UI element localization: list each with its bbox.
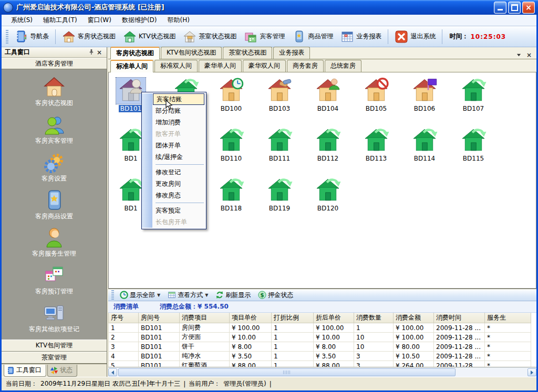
sidebar-item-客房宾客管理[interactable]: 客房宾客管理 [9, 113, 99, 151]
toolbar-button-宾客管理[interactable]: 宾客管理 [240, 28, 288, 45]
sidebar-item-客房预订管理[interactable]: 客房预订管理 [9, 264, 99, 302]
toolbar-button-业务报表[interactable]: 业务报表 [337, 28, 385, 45]
scroll-right-icon[interactable] [527, 368, 536, 376]
room-BD105[interactable]: BD105 [359, 78, 394, 112]
menu-item-修改登记[interactable]: 修改登记 [152, 166, 205, 178]
tool-window-titlebar: 工具窗口 × [2, 47, 107, 58]
menu-窗口(W)[interactable]: 窗口(W) [82, 15, 117, 26]
menu-数据维护(D)[interactable]: 数据维护(D) [117, 15, 162, 26]
menu-item-宾客预定[interactable]: 宾客预定 [152, 205, 205, 216]
close-button[interactable]: × [522, 2, 535, 14]
room-BD104[interactable]: BD104 [311, 78, 345, 112]
tab-客房状态视图[interactable]: 客房状态视图 [110, 47, 160, 59]
menu-系统(S)[interactable]: 系统(S) [6, 15, 38, 26]
sidebar-item-客房状态视图[interactable]: 客房状态视图 [9, 76, 99, 113]
room-BD103[interactable]: BD103 [262, 78, 297, 112]
sidebar-item-客房服务生管理[interactable]: 客房服务生管理 [9, 226, 99, 264]
actionbar-button-刷新显示[interactable]: 刷新显示 [212, 290, 254, 300]
action-bar: 显示全部▼查看方式▼刷新显示$押金状态 [108, 289, 536, 301]
column-header-序号[interactable]: 序号 [109, 313, 139, 323]
scrollbar-thumb[interactable] [118, 368, 456, 376]
room-BD112[interactable]: BD112 [311, 128, 345, 162]
roomtab-商务套房[interactable]: 商务套房 [287, 60, 324, 72]
sidebar-group-hotel-rooms[interactable]: 酒店客房管理 [2, 58, 107, 69]
menu-item-续/退押金[interactable]: 续/退押金 [152, 151, 205, 163]
column-header-折后单价[interactable]: 折后单价 [314, 313, 354, 323]
room-BD120[interactable]: BD120 [311, 177, 345, 212]
column-header-消费时间[interactable]: 消费时间 [434, 313, 485, 323]
table-row[interactable]: 3BD101饼干¥ 8.001¥ 8.0010¥ 80.002009-11-28… [109, 342, 531, 352]
room-BD106[interactable]: BD106 [407, 78, 442, 112]
action-bar-grip[interactable] [111, 290, 114, 300]
room-BD119[interactable]: BD119 [262, 177, 297, 212]
actionbar-button-押金状态[interactable]: $押金状态 [254, 290, 297, 300]
maximize-button[interactable] [508, 2, 521, 14]
roomtab-标准双人间[interactable]: 标准双人间 [154, 60, 198, 72]
pin-icon[interactable] [87, 49, 95, 56]
toolbar-button-茶室状态视图[interactable]: 茶室状态视图 [179, 28, 240, 45]
sidebar-item-label: 客房状态视图 [35, 99, 73, 108]
room-house-person-icon [313, 78, 343, 104]
room-BD115[interactable]: BD115 [456, 128, 491, 162]
room-BD113[interactable]: BD113 [359, 128, 394, 162]
roomtab-豪华单人间[interactable]: 豪华单人间 [199, 60, 242, 72]
room-BD100[interactable]: BD100 [214, 78, 249, 112]
column-header-房间号[interactable]: 房间号 [139, 313, 180, 323]
menu-item-更改房间[interactable]: 更改房间 [152, 178, 205, 189]
column-header-消费金额[interactable]: 消费金额 [394, 313, 434, 323]
column-header-消费项目[interactable]: 消费项目 [180, 313, 230, 323]
roomtab-标准单人间[interactable]: 标准单人间 [110, 60, 153, 72]
table-row[interactable]: 1BD101房间费¥ 100.001¥ 100.001¥ 100.002009-… [109, 323, 531, 333]
room-BD118[interactable]: BD118 [214, 177, 249, 212]
table-cell: 5 [109, 361, 139, 368]
menu-item-修改房态[interactable]: 修改房态 [152, 189, 205, 201]
table-row[interactable]: 4BD101纯净水¥ 3.501¥ 3.503¥ 10.502009-11-28… [109, 352, 531, 361]
scroll-left-icon[interactable] [108, 368, 117, 376]
toolbar-button-导航条[interactable]: 导航条 [11, 28, 53, 45]
tool-window-close-icon[interactable]: × [95, 49, 104, 56]
toolbar-grip[interactable] [6, 30, 8, 44]
roomtab-总统套房[interactable]: 总统套房 [325, 60, 361, 72]
toolbar-button-退出系统[interactable]: 退出系统 [391, 28, 439, 45]
tab-KTV包间状态视图[interactable]: KTV包间状态视图 [161, 47, 222, 59]
sidebar-group-茶室管理[interactable]: 茶室管理 [2, 352, 107, 364]
column-header-消费数量[interactable]: 消费数量 [354, 313, 394, 323]
room-BD107[interactable]: BD107 [456, 78, 491, 112]
roomtab-豪华双人间[interactable]: 豪华双人间 [243, 60, 286, 72]
app-window: 广州爱启迪技术有限公司-酒店管理系统 [已注册] × 系统(S)辅助工具(T)窗… [0, 0, 538, 392]
room-BD110[interactable]: BD110 [214, 128, 249, 162]
toolbar-button-label: 宾客管理 [260, 32, 285, 41]
table-row[interactable]: 2BD101方便面¥ 10.001¥ 10.0010¥ 100.002009-1… [109, 333, 531, 342]
sidebar-tab-工具窗口[interactable]: 工具窗口 [4, 365, 46, 377]
sidebar-item-客房其他款项登记[interactable]: 客房其他款项登记 [9, 302, 99, 340]
horizontal-scrollbar[interactable] [108, 367, 536, 377]
sidebar-item-客房设置[interactable]: 客房设置 [9, 151, 99, 189]
actionbar-button-查看方式[interactable]: 查看方式▼ [164, 290, 212, 300]
tab-dropdown-icon[interactable] [514, 51, 524, 59]
menu-item-部分结账[interactable]: 部分结账 [152, 105, 205, 116]
menu-辅助工具(T)[interactable]: 辅助工具(T) [38, 15, 82, 26]
room-BD111[interactable]: BD111 [262, 128, 297, 162]
sidebar-item-客房商品设置[interactable]: 客房商品设置 [9, 189, 99, 227]
tab-close-icon[interactable]: × [524, 51, 534, 59]
table-cell: ¥ 10.00 [314, 333, 354, 342]
minimize-button[interactable] [494, 2, 506, 14]
actionbar-button-显示全部[interactable]: 显示全部▼ [116, 290, 164, 300]
menu-帮助(H)[interactable]: 帮助(H) [162, 15, 195, 26]
menu-item-宾客结账[interactable]: 宾客结账 [153, 93, 204, 105]
menu-item-团体开单[interactable]: 团体开单 [152, 140, 205, 151]
sidebar-group-KTV包间管理[interactable]: KTV包间管理 [2, 340, 107, 352]
toolbar-button-客房状态视图[interactable]: 客房状态视图 [58, 28, 119, 45]
column-header-打折比例[interactable]: 打折比例 [272, 313, 314, 323]
table-row[interactable]: 5BD101红葡萄酒¥ 88.001¥ 88.003¥ 264.002009-1… [109, 361, 531, 368]
column-header-服务生[interactable]: 服务生 [485, 313, 531, 323]
tab-茶室状态视图[interactable]: 茶室状态视图 [223, 47, 272, 59]
toolbar-button-KTV状态视图[interactable]: KTV状态视图 [119, 28, 179, 45]
room-BD114[interactable]: BD114 [407, 128, 442, 162]
statusbar-sep2: | [270, 380, 272, 388]
toolbar-button-商品管理[interactable]: 商品管理 [288, 28, 337, 45]
sidebar-tab-状态[interactable]: 状态 [47, 365, 77, 377]
column-header-项目单价[interactable]: 项目单价 [230, 313, 272, 323]
menu-item-增加消费[interactable]: 增加消费 [152, 116, 205, 128]
tab-业务报表[interactable]: 业务报表 [273, 47, 310, 59]
